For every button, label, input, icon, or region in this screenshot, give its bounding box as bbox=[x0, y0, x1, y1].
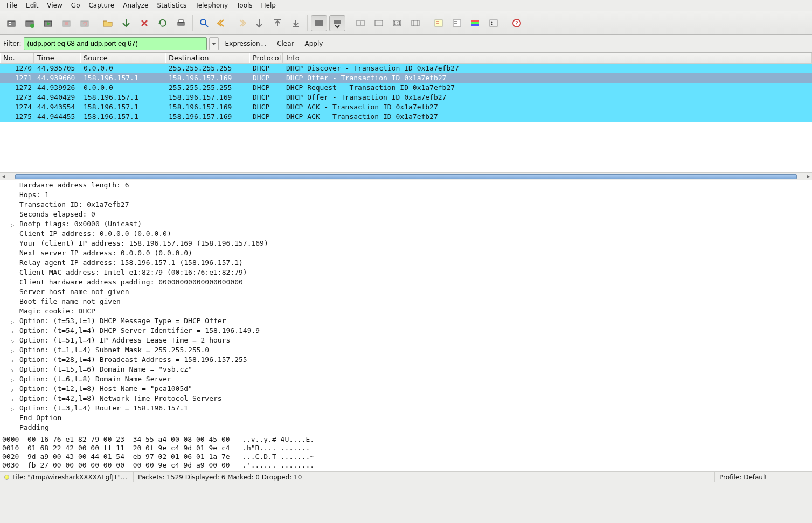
column-protocol[interactable]: Protocol bbox=[249, 53, 283, 63]
restart-capture-button[interactable] bbox=[77, 15, 93, 31]
stop-capture-button[interactable] bbox=[58, 15, 74, 31]
close-file-button[interactable] bbox=[136, 15, 152, 31]
details-row[interactable]: Option: (t=3,l=4) Router = 158.196.157.1 bbox=[0, 403, 812, 413]
packet-row[interactable]: 127044.9357050.0.0.0255.255.255.255DHCPD… bbox=[0, 64, 812, 73]
details-row[interactable]: Server host name not given bbox=[0, 287, 812, 297]
details-row[interactable]: Option: (t=6,l=8) Domain Name Server bbox=[0, 374, 812, 384]
details-row[interactable]: Option: (t=42,l=8) Network Time Protocol… bbox=[0, 394, 812, 403]
details-row[interactable]: Padding bbox=[0, 423, 812, 433]
details-row[interactable]: Client MAC address: Intel_e1:82:79 (00:1… bbox=[0, 268, 812, 277]
zoom-reset-button[interactable]: 1:1 bbox=[389, 15, 405, 31]
menu-analyze[interactable]: Analyze bbox=[119, 1, 152, 10]
zoom-in-button[interactable]: + bbox=[352, 15, 369, 31]
details-row[interactable]: Hops: 1 bbox=[0, 190, 812, 200]
details-row[interactable]: Boot file name not given bbox=[0, 297, 812, 306]
goto-first-button[interactable] bbox=[269, 15, 286, 31]
help-button[interactable]: ? bbox=[509, 15, 525, 31]
status-profile-cell[interactable]: Profile: Default bbox=[715, 472, 812, 482]
column-source[interactable]: Source bbox=[80, 53, 165, 63]
preferences-button[interactable] bbox=[485, 15, 502, 31]
packet-row[interactable]: 127144.939660158.196.157.1158.196.157.16… bbox=[0, 73, 812, 83]
menu-edit[interactable]: Edit bbox=[22, 1, 43, 10]
save-file-button[interactable] bbox=[118, 15, 134, 31]
interface-list-button[interactable] bbox=[3, 15, 19, 31]
details-row[interactable]: Client IP address: 0.0.0.0 (0.0.0.0) bbox=[0, 229, 812, 239]
details-row[interactable]: Option: (t=54,l=4) DHCP Server Identifie… bbox=[0, 326, 812, 336]
coloring-rules-button[interactable] bbox=[467, 15, 483, 31]
details-row[interactable]: Hardware address length: 6 bbox=[0, 180, 812, 190]
colorize-button[interactable] bbox=[311, 15, 327, 31]
svg-rect-12 bbox=[179, 20, 183, 22]
details-row[interactable]: Relay agent IP address: 158.196.157.1 (1… bbox=[0, 258, 812, 268]
menu-help[interactable]: Help bbox=[257, 1, 280, 10]
go-forward-button[interactable] bbox=[233, 15, 249, 31]
display-filters-button[interactable] bbox=[449, 15, 465, 31]
packet-details-pane[interactable]: Hardware address length: 6Hops: 1Transac… bbox=[0, 180, 812, 434]
packet-cell-time: 44.939926 bbox=[34, 83, 80, 93]
packet-cell-proto: DHCP bbox=[249, 102, 283, 112]
filter-history-dropdown[interactable] bbox=[209, 37, 219, 50]
go-back-button[interactable] bbox=[214, 15, 231, 31]
reload-button[interactable] bbox=[155, 15, 171, 31]
goto-last-button[interactable] bbox=[288, 15, 304, 31]
packet-cell-info: DHCP Offer - Transaction ID 0x1a7efb27 bbox=[283, 73, 812, 83]
details-row[interactable]: Option: (t=53,l=1) DHCP Message Type = D… bbox=[0, 316, 812, 326]
details-row[interactable]: Option: (t=12,l=8) Host Name = "pca1005d… bbox=[0, 384, 812, 394]
expression-button[interactable]: Expression... bbox=[221, 40, 271, 47]
auto-scroll-button[interactable] bbox=[329, 15, 345, 31]
menu-go[interactable]: Go bbox=[67, 1, 85, 10]
find-packet-button[interactable] bbox=[196, 15, 212, 31]
svg-rect-19 bbox=[315, 24, 323, 26]
packet-list-hscrollbar[interactable] bbox=[0, 172, 812, 180]
capture-options-button[interactable] bbox=[22, 15, 38, 31]
svg-marker-45 bbox=[212, 43, 216, 45]
column-info[interactable]: Info bbox=[283, 53, 812, 63]
packet-list-header: No. Time Source Destination Protocol Inf… bbox=[0, 53, 812, 64]
packet-cell-proto: DHCP bbox=[249, 93, 283, 102]
column-no[interactable]: No. bbox=[0, 53, 34, 63]
packet-cell-no: 1273 bbox=[0, 93, 34, 102]
zoom-out-button[interactable]: − bbox=[371, 15, 387, 31]
packet-cell-no: 1275 bbox=[0, 112, 34, 122]
status-file-cell[interactable]: File: "/tmp/wiresharkXXXXAEgfJT" 645... bbox=[0, 472, 134, 482]
details-row[interactable]: Option: (t=28,l=4) Broadcast Address = 1… bbox=[0, 355, 812, 365]
menu-tools[interactable]: Tools bbox=[232, 1, 257, 10]
print-button[interactable] bbox=[173, 15, 189, 31]
resize-columns-button[interactable] bbox=[407, 15, 424, 31]
open-file-button[interactable] bbox=[100, 15, 116, 31]
packet-bytes-pane[interactable]: 0000 00 16 76 e1 82 79 00 23 34 55 a4 00… bbox=[0, 434, 812, 471]
column-time[interactable]: Time bbox=[34, 53, 80, 63]
menu-view[interactable]: View bbox=[43, 1, 66, 10]
apply-button[interactable]: Apply bbox=[301, 40, 328, 47]
menu-file[interactable]: File bbox=[2, 1, 22, 10]
menu-capture[interactable]: Capture bbox=[84, 1, 119, 10]
menu-telephony[interactable]: Telephony bbox=[191, 1, 232, 10]
packet-list-body[interactable]: 127044.9357050.0.0.0255.255.255.255DHCPD… bbox=[0, 64, 812, 172]
goto-packet-button[interactable] bbox=[251, 15, 267, 31]
details-row[interactable]: Option: (t=15,l=6) Domain Name = "vsb.cz… bbox=[0, 365, 812, 374]
menu-statistics[interactable]: Statistics bbox=[152, 1, 191, 10]
details-row[interactable]: Transaction ID: 0x1a7efb27 bbox=[0, 200, 812, 210]
filter-input[interactable] bbox=[24, 37, 207, 50]
svg-point-13 bbox=[200, 19, 206, 25]
packet-row[interactable]: 127544.944455158.196.157.1158.196.157.16… bbox=[0, 112, 812, 122]
details-row[interactable]: Option: (t=51,l=4) IP Address Lease Time… bbox=[0, 336, 812, 345]
packet-row[interactable]: 127344.940429158.196.157.1158.196.157.16… bbox=[0, 93, 812, 102]
details-row[interactable]: Client hardware address padding: 0000000… bbox=[0, 277, 812, 287]
column-destination[interactable]: Destination bbox=[165, 53, 249, 63]
details-row[interactable]: Bootp flags: 0x0000 (Unicast) bbox=[0, 219, 812, 229]
details-row[interactable]: Magic cookie: DHCP bbox=[0, 306, 812, 316]
clear-button[interactable]: Clear bbox=[273, 40, 298, 47]
svg-marker-46 bbox=[2, 175, 5, 178]
svg-rect-17 bbox=[315, 20, 323, 22]
details-row[interactable]: Seconds elapsed: 0 bbox=[0, 210, 812, 219]
details-row[interactable]: Option: (t=1,l=4) Subnet Mask = 255.255.… bbox=[0, 345, 812, 355]
details-row[interactable]: End Option bbox=[0, 413, 812, 423]
packet-row[interactable]: 127244.9399260.0.0.0255.255.255.255DHCPD… bbox=[0, 83, 812, 93]
svg-point-41 bbox=[491, 21, 493, 23]
capture-filters-button[interactable] bbox=[431, 15, 447, 31]
start-capture-button[interactable] bbox=[40, 15, 56, 31]
packet-row[interactable]: 127444.943554158.196.157.1158.196.157.16… bbox=[0, 102, 812, 112]
details-row[interactable]: Your (client) IP address: 158.196.157.16… bbox=[0, 239, 812, 248]
details-row[interactable]: Next server IP address: 0.0.0.0 (0.0.0.0… bbox=[0, 248, 812, 258]
